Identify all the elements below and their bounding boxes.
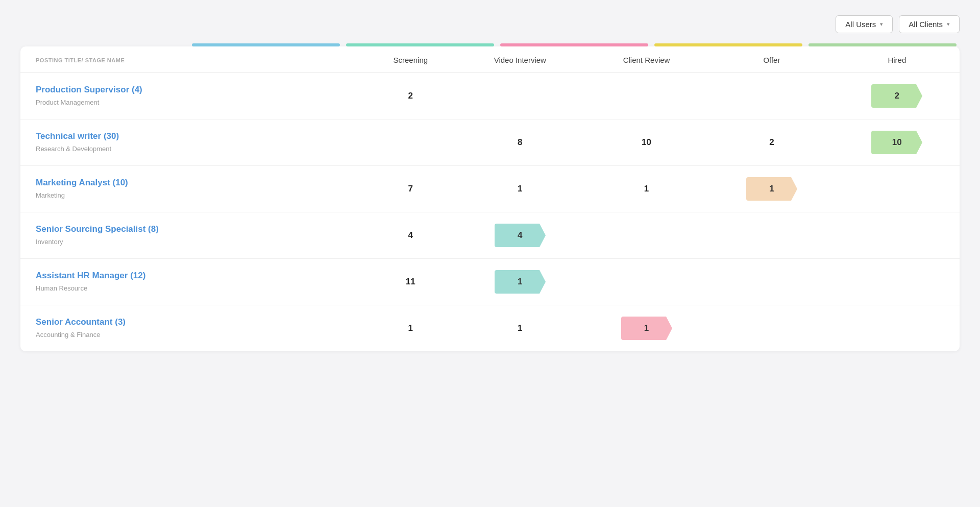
cell-value: 7 <box>408 184 413 194</box>
arrow-badge-value: 10 <box>892 137 902 148</box>
all-clients-dropdown[interactable]: All Clients ▾ <box>899 15 960 33</box>
arrow-badge: 1 <box>495 270 546 294</box>
job-title-link[interactable]: Senior Accountant (3) <box>36 317 355 327</box>
color-bar-spacer <box>20 43 189 46</box>
screening-cell: 11 <box>365 259 456 305</box>
stage-table: POSTING TITLE/ STAGE NAME Screening Vide… <box>20 46 960 351</box>
client-review-cell <box>584 212 709 259</box>
job-dept: Research & Development <box>36 145 111 153</box>
color-segment-offer <box>654 43 802 46</box>
arrow-badge: 1 <box>746 177 797 201</box>
cell-value: 2 <box>769 137 774 147</box>
color-segment-hired <box>808 43 957 46</box>
video-cell: 1 <box>456 259 584 305</box>
client-review-cell: 1 <box>584 166 709 212</box>
all-users-dropdown[interactable]: All Users ▾ <box>836 15 893 33</box>
job-title-cell: Senior Sourcing Specialist (8) Inventory <box>20 212 365 259</box>
arrow-badge: 4 <box>495 224 546 247</box>
offer-cell <box>709 212 834 259</box>
table-row: Assistant HR Manager (12) Human Resource… <box>20 259 960 305</box>
video-cell: 1 <box>456 166 584 212</box>
screening-cell <box>365 119 456 166</box>
job-dept: Product Management <box>36 99 99 106</box>
job-title-link[interactable]: Production Supervisor (4) <box>36 85 355 95</box>
col-header-title: POSTING TITLE/ STAGE NAME <box>20 46 365 73</box>
hired-cell: 10 <box>835 119 960 166</box>
table-row: Technical writer (30) Research & Develop… <box>20 119 960 166</box>
page-container: All Users ▾ All Clients ▾ POSTING TITLE/… <box>0 0 980 367</box>
hired-cell <box>835 212 960 259</box>
job-title-cell: Technical writer (30) Research & Develop… <box>20 119 365 166</box>
job-title-cell: Production Supervisor (4) Product Manage… <box>20 73 365 119</box>
video-cell: 4 <box>456 212 584 259</box>
job-title-link[interactable]: Assistant HR Manager (12) <box>36 271 355 281</box>
screening-cell: 4 <box>365 212 456 259</box>
video-cell: 8 <box>456 119 584 166</box>
offer-cell <box>709 259 834 305</box>
client-review-cell <box>584 259 709 305</box>
cell-value: 11 <box>406 277 415 286</box>
all-users-label: All Users <box>845 20 876 29</box>
hired-cell: 2 <box>835 73 960 119</box>
arrow-badge: 10 <box>871 131 922 154</box>
screening-cell: 7 <box>365 166 456 212</box>
color-bar <box>20 43 960 46</box>
video-cell <box>456 73 584 119</box>
offer-cell <box>709 305 834 352</box>
cell-value: 4 <box>408 230 413 240</box>
arrow-badge-value: 4 <box>518 230 522 240</box>
client-review-cell: 1 <box>584 305 709 352</box>
job-dept: Marketing <box>36 191 65 199</box>
hired-cell <box>835 305 960 352</box>
cell-value: 1 <box>518 323 522 333</box>
job-title-cell: Marketing Analyst (10) Marketing <box>20 166 365 212</box>
cell-value: 2 <box>408 91 413 101</box>
table-row: Senior Accountant (3) Accounting & Finan… <box>20 305 960 352</box>
arrow-badge-value: 1 <box>644 323 649 333</box>
all-clients-label: All Clients <box>909 20 943 29</box>
cell-value: 1 <box>408 323 413 333</box>
col-header-video: Video Interview <box>456 46 584 73</box>
job-title-link[interactable]: Marketing Analyst (10) <box>36 178 355 188</box>
screening-cell: 2 <box>365 73 456 119</box>
offer-cell: 1 <box>709 166 834 212</box>
col-header-client: Client Review <box>584 46 709 73</box>
arrow-badge-value: 2 <box>895 91 899 101</box>
job-title-link[interactable]: Senior Sourcing Specialist (8) <box>36 224 355 234</box>
client-review-cell: 10 <box>584 119 709 166</box>
offer-cell: 2 <box>709 119 834 166</box>
chevron-down-icon: ▾ <box>880 21 883 28</box>
top-bar: All Users ▾ All Clients ▾ <box>20 15 960 33</box>
table-row: Production Supervisor (4) Product Manage… <box>20 73 960 119</box>
job-dept: Inventory <box>36 238 63 246</box>
col-header-hired: Hired <box>835 46 960 73</box>
cell-value: 1 <box>518 184 522 194</box>
table-row: Senior Sourcing Specialist (8) Inventory… <box>20 212 960 259</box>
table-header-row: POSTING TITLE/ STAGE NAME Screening Vide… <box>20 46 960 73</box>
job-title-cell: Assistant HR Manager (12) Human Resource <box>20 259 365 305</box>
hired-cell <box>835 259 960 305</box>
job-dept: Accounting & Finance <box>36 331 100 339</box>
job-title-cell: Senior Accountant (3) Accounting & Finan… <box>20 305 365 352</box>
table-row: Marketing Analyst (10) Marketing 711 1 <box>20 166 960 212</box>
cell-value: 10 <box>642 137 651 147</box>
job-dept: Human Resource <box>36 284 87 292</box>
arrow-badge-value: 1 <box>769 184 774 194</box>
hired-cell <box>835 166 960 212</box>
video-cell: 1 <box>456 305 584 352</box>
arrow-badge: 1 <box>621 317 672 340</box>
chevron-down-icon-2: ▾ <box>947 21 950 28</box>
cell-value: 1 <box>644 184 649 194</box>
arrow-badge-value: 1 <box>518 277 522 287</box>
client-review-cell <box>584 73 709 119</box>
color-segment-video <box>346 43 494 46</box>
stage-table-wrapper: POSTING TITLE/ STAGE NAME Screening Vide… <box>20 46 960 351</box>
col-header-screening: Screening <box>365 46 456 73</box>
color-segment-client <box>500 43 648 46</box>
offer-cell <box>709 73 834 119</box>
screening-cell: 1 <box>365 305 456 352</box>
job-title-link[interactable]: Technical writer (30) <box>36 131 355 141</box>
color-segment-screening <box>192 43 340 46</box>
col-header-offer: Offer <box>709 46 834 73</box>
arrow-badge: 2 <box>871 84 922 108</box>
